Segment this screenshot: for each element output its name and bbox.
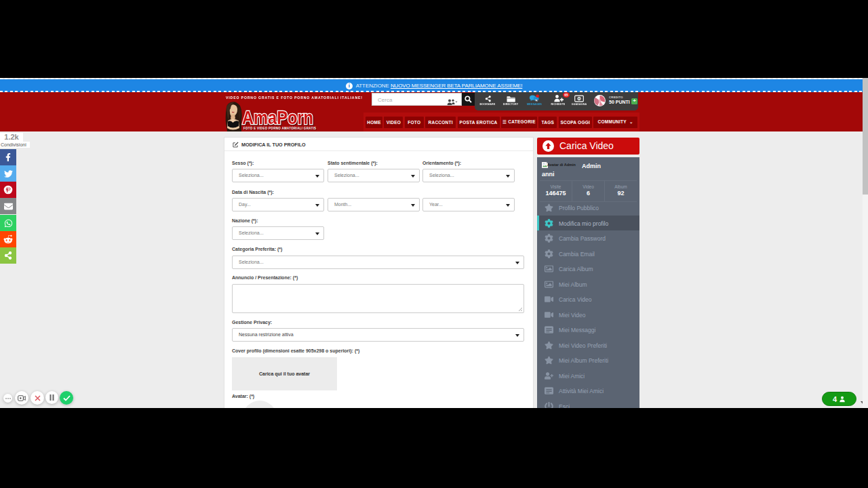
svg-text:AmaPorn: AmaPorn <box>242 107 313 128</box>
svg-text:0: 0 <box>578 97 580 100</box>
